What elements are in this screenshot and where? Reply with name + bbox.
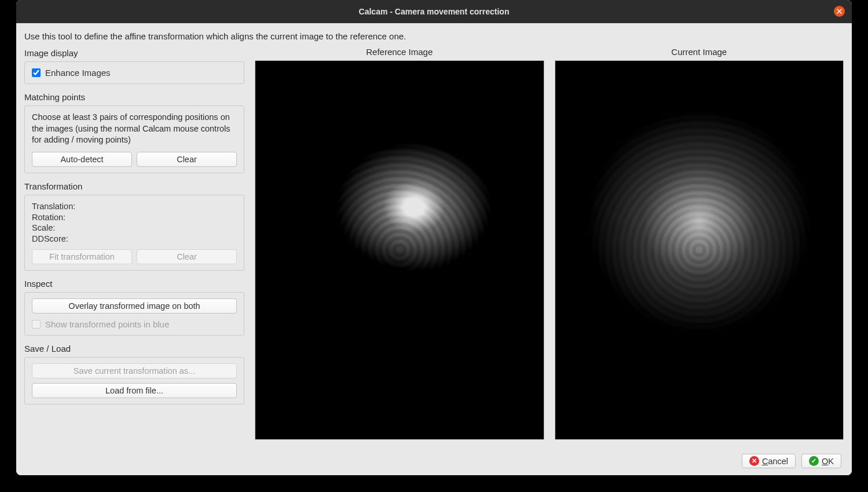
titlebar: Calcam - Camera movement correction xyxy=(16,0,852,23)
translation-value: Translation: xyxy=(32,201,237,212)
save-transformation-button: Save current transformation as... xyxy=(32,363,237,378)
scale-value: Scale: xyxy=(32,223,237,234)
image-display-panel: Enhance Images xyxy=(24,61,244,84)
transformation-label: Transformation xyxy=(24,180,244,194)
transformation-panel: Translation: Rotation: Scale: DDScore: F… xyxy=(24,195,244,271)
clear-transformation-button: Clear xyxy=(137,249,237,264)
inspect-panel: Overlay transformed image on both Show t… xyxy=(24,292,244,336)
load-transformation-button[interactable]: Load from file... xyxy=(32,383,237,398)
enhance-images-label: Enhance Images xyxy=(45,68,111,78)
ok-button[interactable]: ✓ OK xyxy=(801,454,841,468)
reference-image-column: Reference Image xyxy=(255,47,544,448)
cancel-label-rest: ancel xyxy=(768,457,788,466)
enhance-images-row[interactable]: Enhance Images xyxy=(32,68,237,78)
show-transformed-points-label: Show transformed points in blue xyxy=(45,319,169,329)
current-image-label: Current Image xyxy=(671,47,727,60)
inspect-label: Inspect xyxy=(24,278,244,291)
dialog-body: Use this tool to define the affine trans… xyxy=(16,23,852,475)
image-display-label: Image display xyxy=(24,47,244,60)
cancel-icon: ✕ xyxy=(749,456,759,466)
dialog-footer: ✕ Cancel ✓ OK xyxy=(24,448,844,469)
matching-points-label: Matching points xyxy=(24,91,244,104)
enhance-images-checkbox[interactable] xyxy=(32,68,41,77)
reference-image-viewport[interactable] xyxy=(255,60,544,440)
overlay-button[interactable]: Overlay transformed image on both xyxy=(32,298,237,314)
intro-text: Use this tool to define the affine trans… xyxy=(24,29,844,47)
save-load-panel: Save current transformation as... Load f… xyxy=(24,357,244,404)
reference-image-label: Reference Image xyxy=(366,47,433,60)
cancel-label-u: C xyxy=(762,457,768,466)
show-transformed-points-checkbox xyxy=(32,320,41,329)
close-icon xyxy=(837,9,842,14)
save-load-label: Save / Load xyxy=(24,342,244,356)
window-title: Calcam - Camera movement correction xyxy=(359,7,510,16)
transformation-values: Translation: Rotation: Scale: DDScore: xyxy=(32,201,237,245)
current-image-column: Current Image xyxy=(555,47,844,448)
content-row: Image display Enhance Images Matching po… xyxy=(24,47,844,448)
ok-icon: ✓ xyxy=(809,456,819,466)
dialog-window: Calcam - Camera movement correction Use … xyxy=(16,0,852,475)
reference-image xyxy=(255,106,544,393)
ok-label-u: O xyxy=(822,457,828,466)
rotation-value: Rotation: xyxy=(32,212,237,223)
clear-points-button[interactable]: Clear xyxy=(137,152,237,167)
ddscore-value: DDScore: xyxy=(32,234,237,245)
fit-transformation-button: Fit transformation xyxy=(32,249,132,264)
close-button[interactable] xyxy=(834,6,845,17)
matching-points-panel: Choose at least 3 pairs of corresponding… xyxy=(24,105,244,173)
ok-label-rest: K xyxy=(828,457,834,466)
controls-panel: Image display Enhance Images Matching po… xyxy=(24,47,244,448)
current-image-viewport[interactable] xyxy=(555,60,844,440)
matching-points-hint: Choose at least 3 pairs of corresponding… xyxy=(32,112,237,146)
auto-detect-button[interactable]: Auto-detect xyxy=(32,152,132,167)
show-transformed-points-row: Show transformed points in blue xyxy=(32,319,237,329)
cancel-button[interactable]: ✕ Cancel xyxy=(742,454,796,468)
current-image xyxy=(555,106,844,393)
